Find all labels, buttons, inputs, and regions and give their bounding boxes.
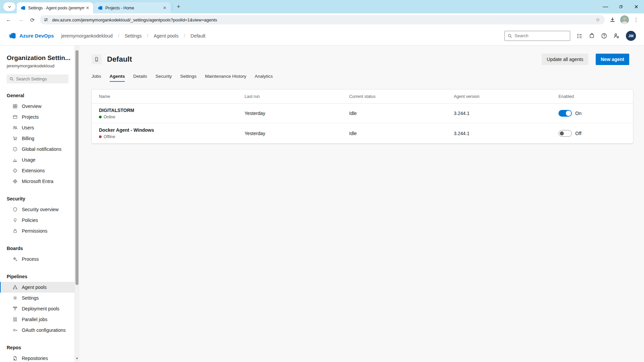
user-settings-icon[interactable] <box>613 33 620 39</box>
online-status-dot <box>99 116 102 118</box>
sidebar-item-label: Security overview <box>22 207 59 212</box>
window-restore-button[interactable] <box>613 0 629 13</box>
sidebar-subtitle: jeremymorgankodekloud <box>7 63 79 68</box>
new-agent-button[interactable]: New agent <box>596 54 629 65</box>
user-avatar[interactable]: JM <box>626 31 636 41</box>
last-run-cell: Yesterday <box>245 131 349 136</box>
browser-tab-inactive[interactable]: Projects - Home ✕ <box>94 2 170 13</box>
sidebar-item-overview[interactable]: Overview <box>0 101 74 112</box>
global-search-input[interactable] <box>515 33 561 38</box>
sidebar-item-users[interactable]: Users <box>0 122 74 133</box>
enabled-toggle[interactable] <box>558 110 572 117</box>
sidebar-item-label: Users <box>22 125 34 130</box>
agents-table: Name Last run Current status Agent versi… <box>92 89 633 143</box>
sidebar-item-pipeline-settings[interactable]: Settings <box>0 293 74 303</box>
sidebar-item-billing[interactable]: Billing <box>0 133 74 144</box>
entra-diamond-icon <box>12 179 18 184</box>
tab-agents[interactable]: Agents <box>110 74 125 82</box>
browser-tab-active[interactable]: Settings · Agent pools (jeremym ✕ <box>17 2 93 13</box>
sidebar-item-policies[interactable]: Policies <box>0 215 74 226</box>
sidebar-scrollbar[interactable]: ▼ <box>74 46 79 362</box>
sidebar-item-security-overview[interactable]: Security overview <box>0 204 74 215</box>
sidebar-item-deployment-pools[interactable]: Deployment pools <box>0 303 74 314</box>
agent-name-link[interactable]: DIGITALSTORM <box>99 108 245 113</box>
tab-settings[interactable]: Settings <box>180 74 197 82</box>
sidebar-item-label: Repositories <box>22 356 48 361</box>
marketplace-bag-icon[interactable] <box>589 33 595 39</box>
tab-details[interactable]: Details <box>133 74 147 82</box>
settings-search-box[interactable] <box>7 74 68 83</box>
tab-jobs[interactable]: Jobs <box>92 74 101 82</box>
table-row[interactable]: DIGITALSTORM Online Yesterday Idle 3.244… <box>92 104 633 123</box>
forward-button[interactable]: → <box>15 17 27 23</box>
section-heading-boards: Boards <box>7 246 79 251</box>
table-row[interactable]: Docker Agent - Windows Offline Yesterday… <box>92 123 633 143</box>
users-icon <box>12 125 18 130</box>
settings-search-input[interactable] <box>16 76 63 81</box>
sidebar-item-process[interactable]: Process <box>0 254 74 264</box>
sidebar-item-label: Process <box>22 256 39 262</box>
browser-tab-strip: Settings · Agent pools (jeremym ✕ Projec… <box>0 0 644 13</box>
column-enabled: Enabled <box>558 94 633 99</box>
sidebar-item-label: Overview <box>22 104 41 109</box>
offline-status-dot <box>99 135 102 138</box>
enabled-toggle[interactable] <box>558 130 572 137</box>
window-minimize-button[interactable]: — <box>598 0 613 13</box>
address-bar[interactable]: dev.azure.com/jeremymorgankodekloud/_set… <box>40 15 605 24</box>
task-list-icon[interactable] <box>577 33 583 39</box>
sidebar-item-projects[interactable]: Projects <box>0 112 74 122</box>
sidebar-item-repositories[interactable]: Repositories <box>0 353 74 362</box>
sidebar-item-oauth-configurations[interactable]: OAuth configurations <box>0 325 74 336</box>
sidebar-item-label: OAuth configurations <box>22 327 66 333</box>
brand-name: Azure DevOps <box>19 33 54 39</box>
project-icon <box>12 114 18 120</box>
new-tab-button[interactable]: + <box>175 3 182 10</box>
breadcrumb-org[interactable]: jeremymorgankodekloud <box>61 33 113 39</box>
window-close-button[interactable]: ✕ <box>629 0 644 13</box>
sidebar-item-global-notifications[interactable]: Global notifications <box>0 144 74 155</box>
sidebar-item-permissions[interactable]: Permissions <box>0 226 74 236</box>
sidebar-item-extensions[interactable]: Extensions <box>0 165 74 176</box>
search-icon <box>9 77 14 81</box>
bookmark-star-icon[interactable]: ☆ <box>594 17 601 23</box>
tab-analytics[interactable]: Analytics <box>255 74 273 82</box>
site-settings-icon <box>43 17 49 22</box>
scrollbar-thumb[interactable] <box>75 50 78 285</box>
browser-menu-icon[interactable]: ⋮ <box>634 17 639 23</box>
sidebar-item-microsoft-entra[interactable]: Microsoft Entra <box>0 176 74 187</box>
help-icon[interactable] <box>601 33 607 39</box>
last-run-cell: Yesterday <box>245 111 349 116</box>
sidebar-item-parallel-jobs[interactable]: Parallel jobs <box>0 314 74 325</box>
update-all-agents-button[interactable]: Update all agents <box>542 54 588 65</box>
tab-separator <box>172 4 173 10</box>
breadcrumb: jeremymorgankodekloud / Settings / Agent… <box>61 33 206 39</box>
agent-status-text: Online <box>104 115 115 119</box>
billing-cart-icon <box>12 136 18 141</box>
breadcrumb-agent-pools[interactable]: Agent pools <box>154 33 178 39</box>
reload-button[interactable]: ⟳ <box>27 17 38 23</box>
back-button[interactable]: ← <box>3 17 15 23</box>
azure-devops-home-link[interactable]: Azure DevOps <box>8 32 54 40</box>
global-search-box[interactable] <box>504 31 570 41</box>
deployment-pools-icon <box>12 306 18 311</box>
column-name: Name <box>99 94 245 99</box>
agent-name-link[interactable]: Docker Agent - Windows <box>99 127 245 133</box>
tab-close-icon[interactable]: ✕ <box>85 5 91 11</box>
sidebar-item-usage[interactable]: Usage <box>0 155 74 165</box>
tab-security[interactable]: Security <box>156 74 172 82</box>
repository-icon <box>12 356 18 361</box>
sidebar-item-label: Billing <box>22 136 34 141</box>
column-agent-version: Agent version <box>454 94 558 99</box>
profile-photo <box>620 15 629 24</box>
sidebar-item-agent-pools[interactable]: Agent pools <box>0 282 74 293</box>
agent-status-text: Offline <box>104 134 115 139</box>
breadcrumb-default[interactable]: Default <box>191 33 205 39</box>
breadcrumb-settings[interactable]: Settings <box>125 33 142 39</box>
tab-maintenance-history[interactable]: Maintenance History <box>205 74 246 82</box>
tab-list-chevron-button[interactable] <box>3 2 15 11</box>
tab-close-icon[interactable]: ✕ <box>162 5 168 11</box>
sidebar-scroll-down-arrow[interactable]: ▼ <box>75 357 79 360</box>
pool-tabs: Jobs Agents Details Security Settings Ma… <box>92 74 644 82</box>
browser-profile-avatar[interactable] <box>620 15 629 24</box>
downloads-icon[interactable] <box>609 17 615 23</box>
